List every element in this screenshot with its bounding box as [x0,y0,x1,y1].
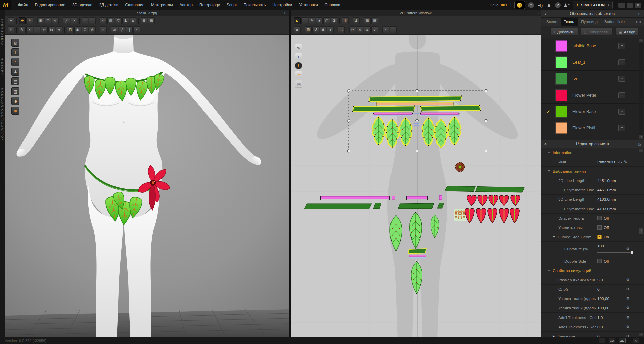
scroll-down-icon[interactable]: ▼ [639,332,643,336]
window-divider[interactable] [289,10,291,337]
show-info-icon[interactable]: i [295,62,302,69]
property-row[interactable]: 2D Line Length 4451.0mm [541,176,644,185]
tool-walk-avatar[interactable]: ♘ [8,26,14,33]
property-row[interactable]: Усилить швы Off [541,223,644,232]
menu-item[interactable]: Сшивание [122,0,148,10]
property-value[interactable]: 5,0 [597,278,603,282]
tool-rotate-pattern[interactable]: ↺ [312,26,319,33]
menu-item[interactable]: Файл [15,0,32,10]
fabric-color-swatch[interactable] [556,57,567,68]
pattern-piece-binding[interactable] [376,102,454,105]
menu-item[interactable]: 3D одежда [69,0,96,10]
tool-edit-curve[interactable]: ✎ [309,17,315,24]
fabric-row[interactable]: ✔ Ivi ▼ [541,71,644,87]
tool-edit-sewing-2d[interactable]: ✂ [349,26,356,33]
property-value[interactable]: 4451.0mm [597,188,616,192]
property-row[interactable]: Имя Pattern2D_26 ✎ [541,157,644,167]
view-2d-button[interactable]: 2D [619,338,626,343]
fabric-save-icon[interactable]: ▼ [618,92,625,98]
scroll-down-icon[interactable]: ▼ [639,135,643,139]
show-sewing-icon[interactable]: ✎ [295,44,302,51]
fabric-save-icon[interactable]: ▼ [618,43,625,49]
library-box-icon[interactable]: ▧ [11,39,19,47]
checkbox-unchecked-icon[interactable] [597,225,602,230]
tool-pin-curve[interactable]: ∿ [52,17,59,24]
fabric-save-icon[interactable]: ▼ [618,76,625,82]
pattern-piece-small-band[interactable] [408,249,426,254]
menu-item[interactable]: 2Д детали [96,0,122,10]
simulation-mode-button[interactable]: ∨∨ SIMULATION ▾ [573,1,613,9]
tool-grid-snap[interactable]: ▦ [141,17,147,24]
pattern-piece-band-left[interactable] [352,105,415,112]
property-value[interactable]: 100 [597,244,604,248]
active-pattern-icon[interactable]: ▱ [295,71,302,78]
tool-transform-pattern[interactable]: ◣ [294,17,301,24]
restore-button[interactable]: □ [627,3,633,8]
wrench-icon[interactable]: ⚙ [626,278,629,282]
chevron-down-icon[interactable]: ▼ [548,151,550,154]
tool-stage[interactable]: ⌂ [100,26,107,33]
property-value[interactable]: Pattern2D_26 [597,160,622,164]
tool-pleats[interactable]: ||| [342,17,349,24]
tabs-scroll-right-icon[interactable]: ▶ [640,20,642,23]
tool-zipper[interactable]: ⊟ [67,26,74,33]
scroll-thumb[interactable]: ≡ [639,227,643,235]
fabric-save-icon[interactable]: ▼ [618,59,625,65]
tool-clone-layer[interactable]: ▤ [107,17,114,24]
property-value[interactable]: 100,00 [597,306,609,310]
tool-point-on-sphere[interactable]: ◔ [71,17,77,24]
tool-move-pattern[interactable]: ⊞ [305,26,312,33]
split-view-button[interactable]: ◫ [599,338,605,343]
property-row[interactable]: Curvature (% 100 ⚙ [541,242,644,256]
pattern-piece-elastic-right[interactable] [420,113,460,116]
dock-tab[interactable]: HISTORY [1,58,4,76]
pattern-piece-small-elastic[interactable] [409,255,426,257]
property-value[interactable]: 4103.0mm [597,197,616,202]
tool-edit-texture[interactable]: ▰ [294,26,301,33]
sync-button[interactable]: ↻ [633,338,639,343]
tab-buttonhole[interactable]: Button Hole [601,18,628,26]
tool-sew-free-2d[interactable]: ∾ [357,26,363,33]
property-value[interactable]: 0,0 [597,325,603,329]
tool-edit-pattern[interactable]: ∷ [301,17,308,24]
tool-slash[interactable]: ╱ [119,26,125,33]
menu-item[interactable]: Установки [295,0,321,10]
fabric-color-swatch[interactable] [556,122,567,134]
sound-icon[interactable]: ◄) [537,3,543,8]
tool-grid-2d[interactable]: ▦ [364,17,371,24]
menu-item[interactable]: Script [223,0,240,10]
coin-icon[interactable]: C [514,1,525,9]
tool-buttonhole[interactable]: ⊙ [82,26,88,33]
property-row[interactable]: Add'l Thickness - Ren 0,0 ⚙ [541,322,644,332]
property-row[interactable]: Усадка ткани (вдоль 100,00 ⚙ [541,303,644,313]
popout-icon[interactable]: ◳ [284,10,287,16]
3d-scene-canvas[interactable] [5,35,289,337]
fabric-color-swatch[interactable] [556,73,567,84]
popout-icon[interactable]: ◳ [638,142,641,146]
tool-make-rectangle[interactable]: ■ [316,17,323,24]
wrench-icon[interactable]: ⚙ [626,287,629,291]
scroll-up-icon[interactable]: ▲ [639,149,643,153]
tool-guideline[interactable]: ┄ [390,26,397,33]
tool-select-mesh[interactable]: ✎ [26,17,33,24]
scroll-up-icon[interactable]: ▲ [639,39,643,43]
property-row[interactable]: ▼ Information [541,148,644,157]
property-row[interactable]: Усадка ткани (вдоль 100,00 ⚙ [541,294,644,303]
tool-angle-3d[interactable]: ∠ [133,26,140,33]
menu-item[interactable]: Показывать [240,0,269,10]
tool-seam-allowance[interactable]: ∠ [382,26,389,33]
tool-iron[interactable]: ◡ [338,26,345,33]
tool-pin-segment[interactable]: ◫ [45,17,51,24]
tool-show-mannequin[interactable]: ♙ [130,17,136,24]
property-row[interactable]: 3D Line Length 4103.0mm [541,195,644,204]
property-row[interactable]: Эластичность Off [541,214,644,223]
tab-fabric[interactable]: Ткань [561,18,578,26]
fabric-color-swatch[interactable] [556,90,567,101]
tool-grid-transform[interactable]: ▩ [148,17,155,24]
property-row[interactable]: ▼ Выбранная линия [541,167,644,176]
menu-item[interactable]: Материалы [148,0,176,10]
tool-grid-pattern-2d[interactable]: ▩ [371,17,378,24]
tool-sew-multi-3d[interactable]: ≈ [56,26,62,33]
close-button[interactable]: ✕ [635,3,641,8]
chevron-down-icon[interactable]: ▼ [548,170,550,173]
